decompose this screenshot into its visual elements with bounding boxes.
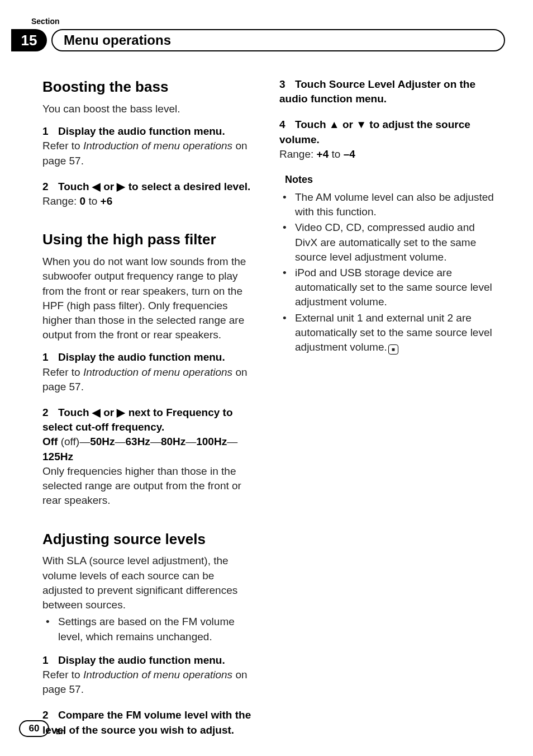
up-arrow-icon: ▲	[329, 119, 340, 130]
left-arrow-icon: ◀	[92, 181, 101, 192]
header-pill: Menu operations	[51, 29, 505, 51]
left-column: Boosting the bass You can boost the bass…	[42, 77, 257, 749]
step-title: Touch Source Level Adjuster on the audio…	[279, 78, 475, 105]
sla-step-1: 1Display the audio function menu. Refer …	[42, 653, 257, 697]
page-title: Menu operations	[64, 32, 171, 48]
list-item: iPod and USB storage device are automati…	[279, 266, 494, 310]
step-number: 3	[279, 77, 295, 92]
boost-intro: You can boost the bass level.	[42, 102, 257, 116]
step-title: Display the audio function menu.	[58, 351, 225, 363]
hpf-step-2: 2Touch ◀ or ▶ next to Frequency to selec…	[42, 405, 257, 508]
right-arrow-icon: ▶	[117, 407, 125, 418]
hpf-step-1: 1Display the audio function menu. Refer …	[42, 350, 257, 394]
step-number: 1	[42, 350, 58, 365]
page-header: 15 Menu operations	[28, 29, 505, 51]
sla-step-2: 2Compare the FM volume level with the le…	[42, 708, 257, 737]
page-footer: 60 En	[19, 720, 65, 737]
boost-step-2: 2Touch ◀ or ▶ to select a desired level.…	[42, 179, 257, 209]
heading-source-levels: Adjusting source levels	[42, 530, 257, 550]
step-number: 1	[42, 124, 58, 139]
sla-step-4: 4Touch ▲ or ▼ to adjust the source volum…	[279, 117, 494, 162]
notes-heading: Notes	[285, 173, 494, 187]
left-arrow-icon: ◀	[92, 407, 101, 418]
heading-boosting-bass: Boosting the bass	[42, 77, 257, 97]
hpf-intro: When you do not want low sounds from the…	[42, 254, 257, 342]
boost-step-1: 1Display the audio function menu. Refer …	[42, 124, 257, 168]
cutoff-options: Off (off)—50Hz—63Hz—80Hz—100Hz—125Hz	[42, 434, 257, 464]
step-body: Refer to Introduction of menu operations…	[42, 365, 257, 394]
language-label: En	[56, 727, 65, 737]
notes-list: The AM volume level can also be adjusted…	[279, 190, 494, 355]
list-item: Video CD, CD, compressed audio and DivX …	[279, 220, 494, 264]
content-columns: Boosting the bass You can boost the bass…	[28, 77, 505, 749]
step-title: Compare the FM volume level with the lev…	[42, 709, 251, 735]
right-column: 3Touch Source Level Adjuster on the audi…	[279, 77, 494, 749]
step-body: Refer to Introduction of menu operations…	[42, 668, 257, 697]
manual-page: Section 15 Menu operations Boosting the …	[0, 0, 533, 756]
sla-intro: With SLA (source level adjustment), the …	[42, 554, 257, 612]
down-arrow-icon: ▼	[356, 119, 367, 130]
heading-high-pass: Using the high pass filter	[42, 230, 257, 250]
step-body: Refer to Introduction of menu operations…	[42, 139, 257, 168]
list-item: External unit 1 and external unit 2 are …	[279, 311, 494, 355]
step-number: 2	[42, 179, 58, 194]
page-number-badge: 60	[19, 720, 49, 737]
range-line: Range: +4 to –4	[279, 147, 494, 162]
list-item: Settings are based on the FM volume leve…	[42, 615, 257, 644]
section-label: Section	[31, 17, 505, 26]
cutoff-note: Only frequencies higher than those in th…	[42, 464, 257, 508]
step-number: 1	[42, 653, 58, 668]
step-number: 2	[42, 405, 58, 420]
sla-bullets: Settings are based on the FM volume leve…	[42, 615, 257, 644]
step-title: Display the audio function menu.	[58, 654, 225, 666]
step-number: 4	[279, 117, 295, 132]
sla-step-3: 3Touch Source Level Adjuster on the audi…	[279, 77, 494, 106]
end-section-icon: ■	[388, 344, 398, 355]
list-item: The AM volume level can also be adjusted…	[279, 190, 494, 219]
section-number-badge: 15	[11, 29, 47, 51]
range-line: Range: 0 to +6	[42, 194, 257, 209]
right-arrow-icon: ▶	[117, 181, 125, 192]
step-title: Display the audio function menu.	[58, 125, 225, 137]
